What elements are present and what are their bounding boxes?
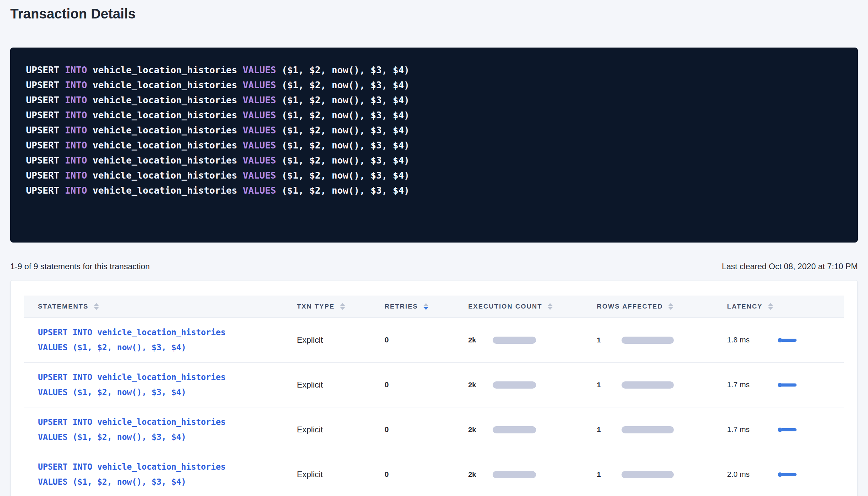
latency-bar-icon bbox=[778, 472, 797, 477]
statement-line-1: UPSERT INTO vehicle_location_histories bbox=[38, 415, 283, 430]
sql-keyword-into: INTO bbox=[65, 170, 87, 181]
table-header: STATEMENTS TXN TYPE RETRIES EXECUTION CO… bbox=[24, 296, 844, 317]
sql-keyword-into: INTO bbox=[65, 65, 87, 75]
sort-up-icon bbox=[94, 303, 99, 306]
latency-bar-icon bbox=[778, 383, 797, 387]
sql-table-name: vehicle_location_histories bbox=[93, 140, 237, 151]
retries-cell: 0 bbox=[371, 425, 454, 434]
execution-count-cell: 2k bbox=[454, 470, 583, 479]
latency-bar bbox=[781, 339, 797, 342]
sql-args: ($1, $2, now(), $3, $4) bbox=[282, 95, 410, 105]
table-row: UPSERT INTO vehicle_location_histories V… bbox=[24, 452, 844, 496]
latency-value: 1.7 ms bbox=[727, 425, 769, 434]
latency-bar bbox=[781, 383, 797, 387]
rows-affected-bar bbox=[622, 471, 674, 478]
sort-icon[interactable] bbox=[94, 303, 99, 310]
sql-keyword-upsert: UPSERT bbox=[26, 80, 59, 90]
latency-bar-icon bbox=[778, 428, 797, 432]
sql-keyword-upsert: UPSERT bbox=[26, 65, 59, 75]
sql-table-name: vehicle_location_histories bbox=[93, 110, 237, 120]
sql-keyword-values: VALUES bbox=[243, 125, 276, 135]
sql-args: ($1, $2, now(), $3, $4) bbox=[282, 80, 410, 90]
sort-icon[interactable] bbox=[668, 303, 673, 310]
sql-statement-line: UPSERT INTO vehicle_location_histories V… bbox=[26, 123, 842, 138]
sql-args: ($1, $2, now(), $3, $4) bbox=[282, 65, 410, 75]
sql-statement-line: UPSERT INTO vehicle_location_histories V… bbox=[26, 63, 842, 78]
sort-up-icon bbox=[340, 303, 345, 306]
column-header-latency[interactable]: LATENCY bbox=[713, 303, 844, 310]
retries-cell: 0 bbox=[371, 470, 454, 479]
sort-up-icon bbox=[668, 303, 673, 306]
sql-keyword-values: VALUES bbox=[243, 95, 276, 105]
statement-cell: UPSERT INTO vehicle_location_histories V… bbox=[24, 370, 283, 400]
sort-down-icon-active bbox=[424, 307, 428, 310]
latency-value: 1.8 ms bbox=[727, 336, 769, 344]
latency-bar bbox=[781, 428, 797, 431]
statement-line-1: UPSERT INTO vehicle_location_histories bbox=[38, 325, 283, 340]
rows-affected-value: 1 bbox=[597, 426, 622, 434]
page-title: Transaction Details bbox=[10, 6, 858, 22]
sql-statement-line: UPSERT INTO vehicle_location_histories V… bbox=[26, 138, 842, 153]
sql-statements-box: UPSERT INTO vehicle_location_histories V… bbox=[10, 48, 858, 243]
sql-keyword-into: INTO bbox=[65, 140, 87, 151]
sql-table-name: vehicle_location_histories bbox=[93, 185, 237, 196]
sql-statement-line: UPSERT INTO vehicle_location_histories V… bbox=[26, 153, 842, 168]
sql-keyword-into: INTO bbox=[65, 185, 87, 196]
txn-type-cell: Explicit bbox=[283, 425, 371, 434]
column-header-statements[interactable]: STATEMENTS bbox=[24, 303, 283, 310]
sql-keyword-upsert: UPSERT bbox=[26, 140, 59, 151]
column-header-retries[interactable]: RETRIES bbox=[371, 303, 454, 310]
sql-keyword-into: INTO bbox=[65, 95, 87, 105]
rows-affected-bar bbox=[622, 426, 674, 433]
column-header-execution-count[interactable]: EXECUTION COUNT bbox=[454, 303, 583, 310]
statement-link[interactable]: UPSERT INTO vehicle_location_histories V… bbox=[38, 459, 283, 490]
sort-icon[interactable] bbox=[548, 303, 552, 310]
sort-down-icon bbox=[768, 307, 773, 310]
sql-args: ($1, $2, now(), $3, $4) bbox=[282, 140, 410, 151]
statement-link[interactable]: UPSERT INTO vehicle_location_histories V… bbox=[38, 415, 283, 445]
rows-affected-cell: 1 bbox=[583, 470, 713, 479]
column-header-rows-affected[interactable]: ROWS AFFECTED bbox=[583, 303, 713, 310]
sql-table-name: vehicle_location_histories bbox=[93, 125, 237, 135]
sql-keyword-values: VALUES bbox=[243, 155, 276, 166]
statement-link[interactable]: UPSERT INTO vehicle_location_histories V… bbox=[38, 370, 283, 400]
table-row: UPSERT INTO vehicle_location_histories V… bbox=[24, 407, 844, 452]
sql-keyword-values: VALUES bbox=[243, 170, 276, 181]
sort-down-icon bbox=[548, 307, 552, 310]
execution-count-value: 2k bbox=[468, 470, 493, 479]
sql-keyword-values: VALUES bbox=[243, 80, 276, 90]
sql-table-name: vehicle_location_histories bbox=[93, 95, 237, 105]
sql-keyword-upsert: UPSERT bbox=[26, 110, 59, 120]
sql-statement-line: UPSERT INTO vehicle_location_histories V… bbox=[26, 108, 842, 123]
statements-count-label: 1-9 of 9 statements for this transaction bbox=[10, 262, 150, 271]
execution-count-bar bbox=[493, 337, 536, 344]
execution-count-bar bbox=[493, 381, 536, 389]
sql-table-name: vehicle_location_histories bbox=[93, 65, 237, 75]
txn-type-cell: Explicit bbox=[283, 380, 371, 390]
latency-bar bbox=[781, 473, 797, 476]
rows-affected-cell: 1 bbox=[583, 381, 713, 389]
sql-statement-line: UPSERT INTO vehicle_location_histories V… bbox=[26, 183, 842, 198]
statement-line-1: UPSERT INTO vehicle_location_histories bbox=[38, 370, 283, 385]
sort-icon[interactable] bbox=[340, 303, 345, 310]
column-label: LATENCY bbox=[727, 303, 763, 310]
sql-keyword-values: VALUES bbox=[243, 65, 276, 75]
column-header-txn-type[interactable]: TXN TYPE bbox=[283, 303, 371, 310]
sql-table-name: vehicle_location_histories bbox=[93, 80, 237, 90]
sql-statement-line: UPSERT INTO vehicle_location_histories V… bbox=[26, 93, 842, 108]
rows-affected-cell: 1 bbox=[583, 336, 713, 344]
sql-keyword-into: INTO bbox=[65, 110, 87, 120]
sort-icon[interactable] bbox=[424, 303, 428, 310]
statement-line-2: VALUES ($1, $2, now(), $3, $4) bbox=[38, 430, 283, 445]
execution-count-value: 2k bbox=[468, 336, 493, 344]
statement-link[interactable]: UPSERT INTO vehicle_location_histories V… bbox=[38, 325, 283, 355]
transaction-details-page: Transaction Details UPSERT INTO vehicle_… bbox=[0, 6, 868, 496]
rows-affected-bar bbox=[622, 381, 674, 389]
execution-count-value: 2k bbox=[468, 426, 493, 434]
retries-cell: 0 bbox=[371, 336, 454, 344]
sort-icon[interactable] bbox=[768, 303, 773, 310]
statement-line-1: UPSERT INTO vehicle_location_histories bbox=[38, 459, 283, 474]
table-row: UPSERT INTO vehicle_location_histories V… bbox=[24, 362, 844, 407]
execution-count-cell: 2k bbox=[454, 381, 583, 389]
sql-statement-line: UPSERT INTO vehicle_location_histories V… bbox=[26, 168, 842, 183]
